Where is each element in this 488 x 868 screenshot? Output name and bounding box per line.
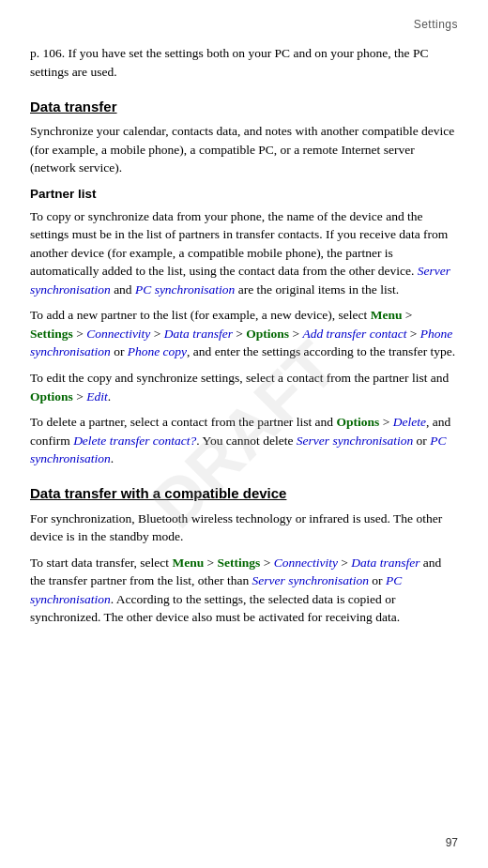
partner-list-para4: To delete a partner, select a contact fr… (30, 413, 458, 468)
settings-label-1: Settings (30, 327, 73, 341)
data-transfer-label-1: Data transfer (164, 327, 233, 341)
data-transfer-intro: Synchronize your calendar, contacts data… (30, 122, 458, 177)
connectivity-label-1: Connectivity (86, 327, 150, 341)
device-para2: To start data transfer, select Menu > Se… (30, 554, 458, 627)
server-sync-link-1: Server synchronisation (30, 264, 450, 297)
data-transfer-label-2: Data transfer (351, 556, 419, 570)
menu-label-2: Menu (172, 556, 204, 570)
partner-list-para3: To edit the copy and synchronize setting… (30, 369, 458, 405)
phone-copy-link: Phone copy (128, 344, 187, 358)
partner-list-para1: To copy or synchronize data from your ph… (30, 207, 458, 299)
options-label-3: Options (337, 415, 380, 429)
page-number: 97 (446, 835, 458, 851)
partner-list-heading: Partner list (30, 185, 458, 204)
device-para1: For synchronization, Bluetooth wireless … (30, 510, 458, 546)
page-container: DRAFT Settings p. 106. If you have set t… (0, 0, 488, 868)
intro-paragraph: p. 106. If you have set the settings bot… (30, 44, 458, 81)
add-transfer-link: Add transfer contact (302, 327, 406, 341)
partner-list-para2: To add a new partner to the list (for ex… (30, 306, 458, 361)
options-label-1: Options (246, 327, 289, 341)
page-header: Settings (30, 17, 458, 33)
data-transfer-device-heading: Data transfer with a compatible device (30, 483, 458, 504)
edit-link: Edit (86, 389, 108, 404)
server-sync-link-2: Server synchronisation (297, 434, 413, 448)
data-transfer-heading: Data transfer (30, 97, 458, 117)
settings-label-2: Settings (218, 556, 261, 570)
pc-sync-link-1: PC synchronisation (135, 282, 235, 297)
connectivity-label-2: Connectivity (274, 556, 338, 570)
menu-label-1: Menu (371, 308, 403, 322)
delete-link: Delete (393, 415, 426, 429)
server-sync-link-3: Server synchronisation (252, 573, 369, 587)
options-label-2: Options (30, 389, 73, 404)
delete-transfer-link: Delete transfer contact? (73, 434, 196, 448)
